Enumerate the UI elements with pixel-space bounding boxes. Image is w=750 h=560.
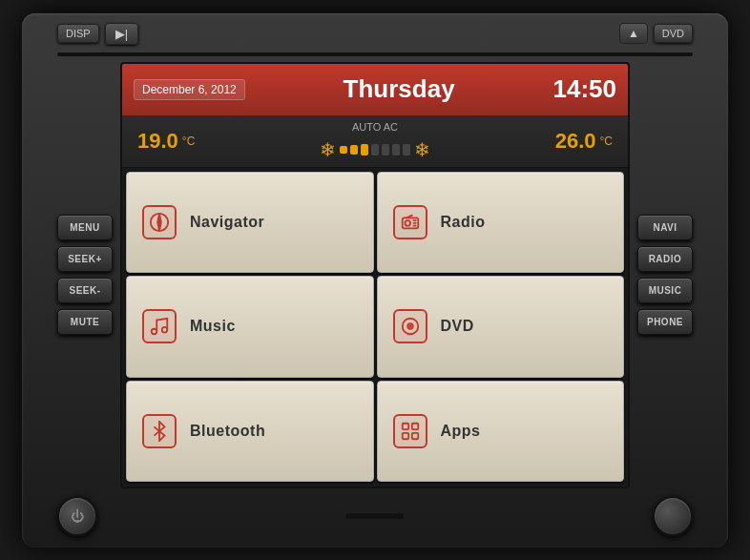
volume-knob[interactable] [653, 496, 693, 536]
fan-bar-5 [382, 144, 389, 156]
eject-button[interactable]: ▲ [619, 23, 648, 44]
screen-header: December 6, 2012 Thursday 14:50 [122, 64, 628, 115]
svg-point-2 [405, 220, 410, 226]
screen: December 6, 2012 Thursday 14:50 19.0 °C … [120, 62, 630, 488]
seek-plus-button[interactable]: SEEK+ [57, 246, 113, 272]
fan-bars [340, 144, 410, 156]
main-section: MENU SEEK+ SEEK- MUTE December 6, 2012 T… [57, 62, 693, 488]
apps-icon [393, 414, 427, 448]
temp-left: 19.0 [137, 129, 178, 154]
climate-bar: 19.0 °C AUTO AC ❄ [122, 115, 628, 168]
navi-button[interactable]: NAVI [637, 215, 693, 240]
svg-rect-12 [411, 424, 417, 429]
radio-side-button[interactable]: RADIO [637, 246, 693, 272]
svg-point-10 [409, 326, 411, 328]
climate-label: AUTO AC [352, 121, 398, 133]
fan-bar-6 [392, 144, 400, 156]
fan-left-icon: ❄ [320, 138, 336, 161]
dvd-button[interactable]: DVD [654, 24, 693, 43]
power-knob[interactable]: ⏻ [57, 496, 97, 536]
music-icon [142, 309, 177, 343]
temp-right: 26.0 [555, 129, 596, 154]
radio-icon [393, 205, 427, 239]
apps-button[interactable]: Apps [377, 381, 625, 483]
car-head-unit: DISP ▶| ▲ DVD MENU SEEK+ SEEK- MUTE Dece… [22, 13, 728, 548]
navigator-button[interactable]: Navigator [126, 172, 374, 274]
bluetooth-button[interactable]: Bluetooth [126, 381, 374, 483]
fan-bar-3 [361, 144, 368, 156]
time-display: 14:50 [553, 74, 617, 104]
side-buttons-right: NAVI RADIO MUSIC PHONE [637, 62, 693, 488]
menu-grid: Navigator Radio [122, 168, 628, 487]
apps-label: Apps [441, 423, 481, 440]
top-bar-left: DISP ▶| [57, 23, 138, 45]
fan-bar-4 [371, 144, 379, 156]
menu-button[interactable]: MENU [57, 215, 113, 240]
music-side-button[interactable]: MUSIC [637, 278, 693, 303]
fan-bar-1 [340, 146, 347, 154]
music-label: Music [190, 318, 236, 335]
svg-point-6 [152, 329, 157, 335]
play-button[interactable]: ▶| [105, 23, 138, 45]
top-bar-right: ▲ DVD [619, 23, 693, 44]
radio-button[interactable]: Radio [377, 172, 625, 274]
bluetooth-label: Bluetooth [190, 423, 265, 440]
mute-button[interactable]: MUTE [57, 309, 113, 335]
bottom-controls: ⏻ [57, 496, 693, 536]
top-bar: DISP ▶| ▲ DVD [57, 23, 693, 45]
cd-slot [57, 52, 693, 56]
dvd-icon [393, 309, 427, 343]
fan-bar-2 [350, 145, 358, 155]
svg-rect-14 [411, 433, 417, 439]
dvd-menu-button[interactable]: DVD [377, 276, 625, 378]
temp-left-unit: °C [182, 135, 195, 148]
navigator-label: Navigator [190, 214, 264, 231]
day-display: Thursday [264, 74, 534, 104]
svg-rect-13 [402, 433, 407, 439]
phone-button[interactable]: PHONE [637, 309, 693, 335]
fan-bar-7 [403, 144, 410, 156]
navigator-icon [142, 205, 177, 239]
microphone-slot [346, 513, 404, 519]
fan-control: AUTO AC ❄ ❄ [320, 121, 430, 161]
seek-minus-button[interactable]: SEEK- [57, 278, 113, 303]
disp-button[interactable]: DISP [57, 24, 99, 43]
side-buttons-left: MENU SEEK+ SEEK- MUTE [57, 62, 113, 488]
svg-point-7 [162, 327, 168, 333]
music-button[interactable]: Music [126, 276, 374, 378]
temp-right-unit: °C [600, 135, 613, 148]
svg-rect-11 [402, 424, 407, 429]
bluetooth-icon [142, 414, 177, 448]
radio-label: Radio [441, 214, 486, 231]
dvd-label: DVD [441, 318, 474, 335]
fan-icons-row: ❄ ❄ [320, 138, 430, 161]
date-display: December 6, 2012 [134, 79, 245, 100]
fan-right-icon: ❄ [414, 138, 430, 161]
